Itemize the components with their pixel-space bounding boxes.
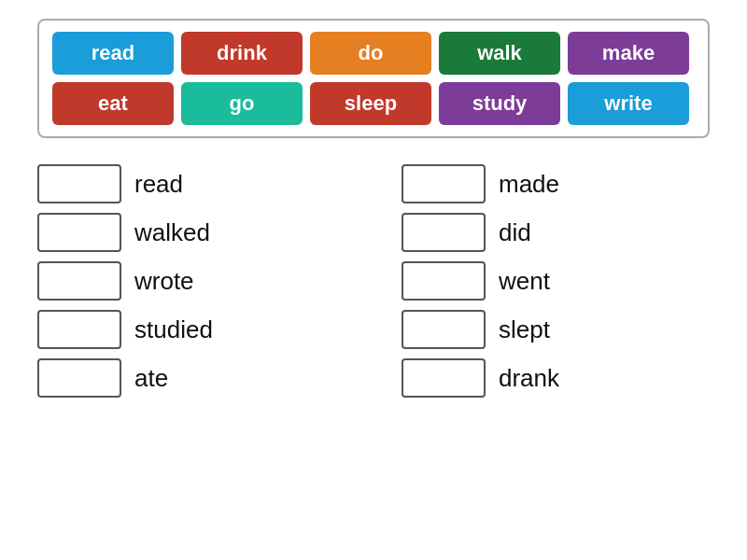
past-form-left-1: read — [134, 170, 183, 199]
drop-box-left-5[interactable] — [37, 358, 121, 398]
word-chip-sleep[interactable]: sleep — [310, 82, 431, 125]
word-chip-walk[interactable]: walk — [439, 32, 560, 75]
drop-box-right-1[interactable] — [402, 164, 486, 203]
word-chip-go[interactable]: go — [181, 82, 303, 125]
word-chip-read[interactable]: read — [52, 32, 174, 75]
drop-box-right-2[interactable] — [402, 213, 486, 252]
word-chip-eat[interactable]: eat — [52, 82, 174, 125]
word-chip-do[interactable]: do — [310, 32, 431, 75]
past-form-right-1: made — [499, 170, 559, 199]
drop-box-right-4[interactable] — [402, 310, 486, 349]
match-row: read — [37, 164, 345, 203]
past-form-left-2: walked — [134, 218, 210, 247]
word-chip-drink[interactable]: drink — [181, 32, 303, 75]
word-bank: readdrinkdowalkmakeeatgosleepstudywrite — [37, 19, 710, 138]
match-row: drank — [402, 358, 710, 398]
drop-box-left-1[interactable] — [37, 164, 121, 203]
past-form-left-5: ate — [134, 364, 168, 393]
word-chip-make[interactable]: make — [568, 32, 689, 75]
past-form-right-4: slept — [499, 315, 550, 344]
drop-box-left-2[interactable] — [37, 213, 121, 252]
match-row: slept — [402, 310, 710, 349]
match-area: readwalkedwrotestudiedate madedidwentsle… — [37, 164, 710, 398]
word-chip-write[interactable]: write — [568, 82, 689, 125]
drop-box-right-5[interactable] — [402, 358, 486, 398]
drop-box-left-3[interactable] — [37, 261, 121, 301]
word-chip-study[interactable]: study — [439, 82, 560, 125]
past-form-right-5: drank — [499, 364, 559, 393]
match-row: wrote — [37, 261, 345, 301]
drop-box-right-3[interactable] — [402, 261, 486, 301]
past-form-right-2: did — [499, 218, 531, 247]
past-form-left-3: wrote — [134, 267, 194, 296]
match-row: ate — [37, 358, 345, 398]
match-row: walked — [37, 213, 345, 252]
match-row: made — [402, 164, 710, 203]
match-row: studied — [37, 310, 345, 349]
right-column: madedidwentsleptdrank — [402, 164, 710, 398]
match-row: went — [402, 261, 710, 301]
left-column: readwalkedwrotestudiedate — [37, 164, 345, 398]
match-row: did — [402, 213, 710, 252]
past-form-right-3: went — [499, 267, 550, 296]
past-form-left-4: studied — [134, 315, 213, 344]
drop-box-left-4[interactable] — [37, 310, 121, 349]
